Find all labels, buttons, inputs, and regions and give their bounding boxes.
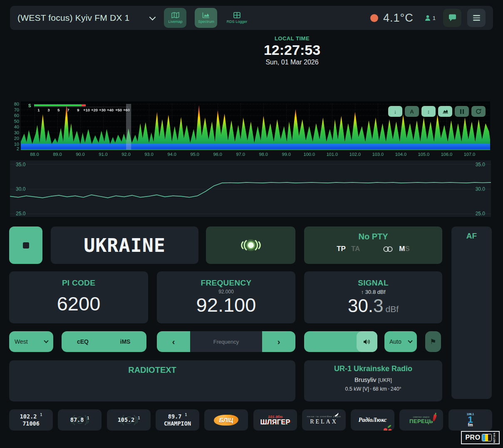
- netua-text: NET.UA: [493, 433, 496, 443]
- frequency-input[interactable]: [190, 331, 262, 352]
- stop-icon: [23, 242, 29, 249]
- station-name[interactable]: UR-1 Ukrainske Radio: [304, 364, 442, 373]
- antenna-icon: 1: [87, 416, 89, 420]
- stereo-indicator-panel[interactable]: [206, 226, 295, 264]
- rds-logger-button[interactable]: RDS Logger: [225, 8, 248, 28]
- header-nav: Livemap Spectrum RDS Logger: [164, 8, 248, 28]
- signal-peak: ↑ 30.8 dBf: [304, 289, 442, 295]
- volume-slider[interactable]: [304, 331, 377, 352]
- ims-button[interactable]: iMS: [104, 338, 146, 345]
- s-meter-tick: 5: [57, 108, 59, 112]
- preset-station-relax[interactable]: легке та спокійне радіо RELAX: [302, 409, 346, 431]
- preset-station-1[interactable]: 102.2 1 71006: [9, 409, 53, 431]
- menu-button[interactable]: [467, 9, 486, 27]
- play-stop-button[interactable]: [9, 226, 42, 264]
- arrows-vertical-icon: ↕: [427, 108, 430, 115]
- perets-logo: ПЕРЕЦЬ: [409, 418, 433, 424]
- clock-time: 12:27:53: [234, 42, 350, 58]
- radiotext-title: RADIOTEXT: [9, 365, 295, 375]
- spectrum-button[interactable]: Spectrum: [195, 8, 217, 28]
- server-title[interactable]: (WEST focus) Kyiv FM DX 1: [17, 13, 129, 23]
- map-icon: [171, 12, 179, 18]
- protv-text: PRO: [465, 434, 480, 441]
- ukraine-flag-icon: [134, 14, 145, 22]
- refresh-button[interactable]: [471, 106, 486, 117]
- s-meter-tick: +10: [83, 108, 90, 112]
- tune-down-button[interactable]: ‹: [157, 331, 190, 352]
- preset-station-shlyager[interactable]: 101.9fm ШЛЯГЕР: [253, 409, 297, 431]
- preset-station-1fm[interactable]: 106.1 1 fm: [448, 409, 492, 431]
- speaker-icon: [363, 339, 371, 345]
- preset-station-3[interactable]: 105.2 1: [107, 409, 151, 431]
- s-meter: S 13579+10+20+30+40+50+60: [24, 104, 131, 114]
- fit-vertical-button[interactable]: ↕: [421, 106, 436, 117]
- auto-mode-button[interactable]: A: [405, 106, 419, 117]
- s-meter-tick: +40: [107, 108, 114, 112]
- s-meter-tick: +50: [115, 108, 122, 112]
- volume-knob[interactable]: [357, 331, 377, 352]
- spectrum-chart-icon: [202, 12, 210, 18]
- chevron-down-icon: [408, 338, 412, 343]
- user-icon: [424, 15, 431, 21]
- signal-ytick-left-30: 30.0: [16, 186, 25, 192]
- pause-button[interactable]: [455, 106, 469, 117]
- livemap-label: Livemap: [168, 20, 182, 24]
- frequency-label: FREQUENCY: [157, 278, 295, 288]
- antenna-icon: 1: [185, 413, 187, 417]
- chat-icon: [448, 14, 456, 22]
- pty-value: No PTY: [304, 232, 442, 241]
- arrow-down-icon: ↓: [394, 108, 397, 115]
- scan-mode-select[interactable]: Auto: [384, 331, 417, 352]
- station-distance: 68 km: [373, 386, 387, 392]
- signal-ytick-right-30: 30.0: [476, 186, 485, 192]
- signal-ytick-right-25: 25.0: [476, 211, 485, 217]
- ps-name: UKRAINE: [84, 234, 166, 256]
- chat-button[interactable]: [443, 9, 461, 27]
- letter-a-icon: A: [410, 108, 414, 115]
- rds-flags: TP TA MS: [304, 245, 442, 253]
- listeners-indicator: 1: [424, 15, 436, 21]
- preset-station-blits[interactable]: БЛІЦ: [204, 409, 248, 431]
- pause-icon: [460, 109, 464, 114]
- ceq-button[interactable]: cEQ: [62, 338, 104, 345]
- ms-flag: MS: [399, 245, 410, 253]
- stereo-signal-icon: [236, 236, 266, 254]
- s-meter-bar: [34, 104, 82, 106]
- graph-style-button[interactable]: [438, 106, 452, 117]
- pepper-icon: [432, 414, 437, 421]
- frequency-value[interactable]: 92.100: [157, 295, 295, 315]
- station-details: 0.5 kW [V]▪68 km▪240°: [304, 386, 442, 392]
- header-bar: (WEST focus) Kyiv FM DX 1 Livemap Spectr…: [10, 6, 493, 30]
- signal-canvas: [10, 160, 491, 217]
- s-meter-scale-line: [34, 107, 128, 107]
- antenna-select[interactable]: West: [9, 331, 53, 352]
- s-meter-tick: +30: [99, 108, 106, 112]
- pi-code-label: PI CODE: [9, 278, 148, 288]
- station-erp: 0.5 kW [V]: [345, 386, 369, 392]
- af-title: AF: [451, 231, 492, 241]
- preset-station-2[interactable]: 87.8 1: [58, 409, 102, 431]
- frequency-panel: FREQUENCY 92.000 92.100: [157, 271, 295, 323]
- af-list-panel: AF: [451, 226, 492, 399]
- signal-label: SIGNAL: [304, 278, 442, 288]
- pi-code-value: 6200: [9, 293, 148, 314]
- s-meter-tick: 9: [77, 108, 79, 112]
- livemap-button[interactable]: Livemap: [164, 8, 186, 28]
- preset-station-4[interactable]: 89.7 1 CHAMPION: [156, 409, 199, 431]
- signal-ytick-right-35: 35.0: [476, 162, 485, 167]
- signal-value: 30.3dBf: [304, 295, 442, 316]
- stereo-circles-icon: [382, 246, 394, 252]
- clock-label: LOCAL TIME: [234, 35, 350, 42]
- signal-graph: 35.0 30.0 25.0 35.0 30.0 25.0: [10, 160, 491, 217]
- tune-up-button[interactable]: ›: [262, 331, 295, 352]
- rds-logger-label: RDS Logger: [227, 20, 248, 24]
- preset-station-perets[interactable]: смачне радіо ПЕРЕЦЬ: [399, 409, 443, 431]
- spectrum-label: Spectrum: [198, 20, 214, 24]
- tv-logo-icon: [482, 434, 492, 441]
- frequency-tuner: ‹ ›: [157, 331, 295, 352]
- chevron-down-icon[interactable]: [149, 14, 156, 20]
- tp-flag: TP: [337, 245, 346, 253]
- scroll-down-button[interactable]: ↓: [388, 106, 402, 117]
- report-flag-button[interactable]: ⚑: [425, 331, 441, 352]
- preset-station-lux[interactable]: РадіоЛюкс: [351, 409, 394, 431]
